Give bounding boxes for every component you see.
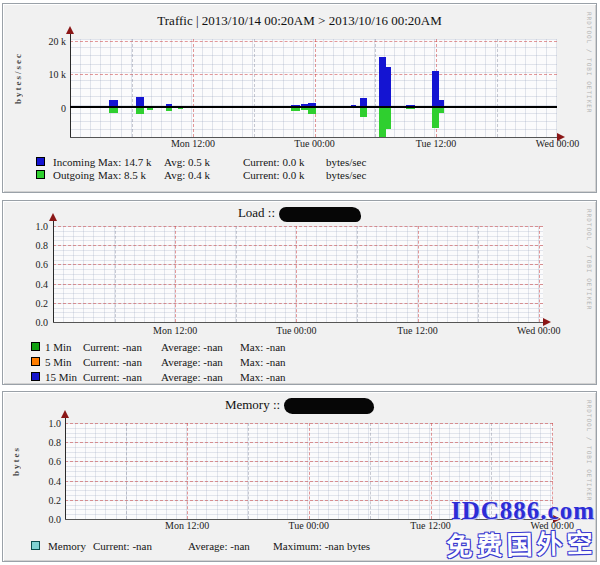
legend-series-name: Incoming [53, 156, 95, 168]
y-tick-label: 0.8 [10, 240, 48, 251]
outgoing-bar [147, 108, 152, 110]
major-grid-hline [53, 303, 543, 304]
major-grid-vline [309, 423, 310, 519]
idc886-slogan-watermark: 免费国外空间 [446, 522, 600, 565]
x-tick-label: Mon 12:00 [153, 325, 197, 336]
y-tick-label: 0.6 [23, 456, 61, 467]
traffic-yaxis-label: bytes/sec [13, 52, 23, 104]
memory-title: Memory :: [3, 397, 596, 413]
outgoing-bar [432, 108, 439, 128]
major-grid-vline [187, 423, 188, 519]
major-grid-hline [53, 226, 543, 227]
minor-grid-vline [497, 39, 498, 137]
y-axis-line [65, 417, 66, 519]
rrdtool-watermark: RRDTOOL / TOBI OETIKER [586, 400, 593, 501]
outgoing-bar [386, 108, 391, 129]
minor-grid-vline [254, 39, 255, 137]
legend-stat: Current: 0.0 k [243, 169, 304, 181]
legend-stat: Max: 14.7 k [98, 156, 151, 168]
load-graph-panel: Load :: RRDTOOL / TOBI OETIKER 1.00.80.6… [2, 200, 597, 385]
y-axis-line [53, 220, 54, 322]
legend-stat: Avg: 0.5 k [164, 156, 210, 168]
legend-stat: bytes/sec [326, 169, 366, 181]
major-grid-hline [53, 264, 543, 265]
x-tick-label: Wed 00:00 [517, 325, 560, 336]
minor-grid-vline [478, 226, 479, 322]
legend-stat: Avg: 0.4 k [164, 169, 210, 181]
legend-swatch [31, 541, 40, 550]
load-title: Load :: [3, 205, 596, 221]
major-grid-hline [70, 74, 557, 75]
legend-swatch [31, 372, 40, 381]
major-grid-hline [65, 481, 553, 482]
legend-stat: Average: -nan [161, 341, 223, 353]
traffic-graph-panel: Traffic | 2013/10/14 00:20AM > 2013/10/1… [2, 3, 597, 193]
legend-series-name: 15 Min [45, 371, 77, 383]
outgoing-bar [379, 108, 386, 137]
minor-grid-vline [375, 39, 376, 137]
y-tick-label: 0.0 [23, 514, 61, 525]
y-tick-label: 0.4 [10, 279, 48, 290]
y-axis-arrow [61, 410, 69, 418]
minor-grid-vline [236, 226, 237, 322]
x-tick-label: Tue 12:00 [397, 325, 437, 336]
outgoing-bar [166, 108, 172, 111]
minor-grid-vline [126, 423, 127, 519]
redacted-hostname [284, 398, 374, 414]
redacted-hostname [279, 207, 361, 222]
incoming-bar [432, 71, 439, 107]
major-grid-hline [65, 461, 553, 462]
incoming-bar [379, 57, 386, 107]
major-grid-vline [296, 226, 297, 322]
legend-stat: Current: -nan [93, 540, 152, 552]
legend-row: 5 MinCurrent: -nanAverage: -nanMax: -nan [3, 356, 596, 369]
x-tick-label: Tue 12:00 [410, 520, 450, 531]
legend-stat: Current: 0.0 k [243, 156, 304, 168]
zero-line [70, 106, 557, 108]
minor-grid-vline [370, 423, 371, 519]
major-grid-vline [175, 226, 176, 322]
y-axis-arrow [66, 26, 74, 34]
outgoing-bar [308, 108, 315, 114]
legend-row: IncomingMax: 14.7 kAvg: 0.5 kCurrent: 0.… [3, 156, 596, 169]
legend-stat: Current: -nan [83, 371, 142, 383]
legend-stat: bytes/sec [326, 156, 366, 168]
y-tick-label: 0.6 [10, 259, 48, 270]
major-grid-vline [315, 39, 316, 137]
legend-swatch [36, 157, 45, 166]
y-tick-label: 0.0 [10, 317, 48, 328]
x-tick-label: Mon 12:00 [171, 138, 215, 149]
legend-stat: Average: -nan [161, 371, 223, 383]
y-tick-label: 1.0 [23, 418, 61, 429]
traffic-title: Traffic | 2013/10/14 00:20AM > 2013/10/1… [3, 13, 596, 29]
minor-grid-vline [357, 226, 358, 322]
y-tick-label: 0.4 [23, 476, 61, 487]
y-tick-label: 20 k [28, 36, 66, 47]
y-tick-label: 0.8 [23, 437, 61, 448]
y-tick-label: 0 [28, 103, 66, 114]
x-tick-label: Tue 12:00 [416, 138, 456, 149]
major-grid-hline [53, 245, 543, 246]
legend-stat: Current: -nan [83, 356, 142, 368]
major-grid-vline [539, 226, 540, 322]
outgoing-bar [109, 108, 118, 113]
memory-title-text: Memory :: [225, 397, 280, 413]
legend-stat: Max: -nan [240, 341, 286, 353]
outgoing-bar [136, 108, 144, 114]
y-tick-label: 1.0 [10, 221, 48, 232]
outgoing-bar [439, 108, 444, 113]
legend-stat: Max: -nan [240, 356, 286, 368]
minor-grid-vline [115, 226, 116, 322]
outgoing-bar [406, 108, 415, 109]
major-grid-vline [418, 226, 419, 322]
load-plot-area [53, 226, 543, 322]
y-tick-label: 10 k [28, 69, 66, 80]
memory-yaxis-label: bytes [11, 446, 21, 476]
x-tick-label: Tue 00:00 [276, 325, 316, 336]
legend-stat: Current: -nan [83, 341, 142, 353]
legend-row: 15 MinCurrent: -nanAverage: -nanMax: -na… [3, 371, 596, 384]
outgoing-bar [291, 108, 300, 111]
rrdtool-watermark: RRDTOOL / TOBI OETIKER [586, 209, 593, 310]
major-grid-hline [65, 442, 553, 443]
major-grid-hline [70, 41, 557, 42]
